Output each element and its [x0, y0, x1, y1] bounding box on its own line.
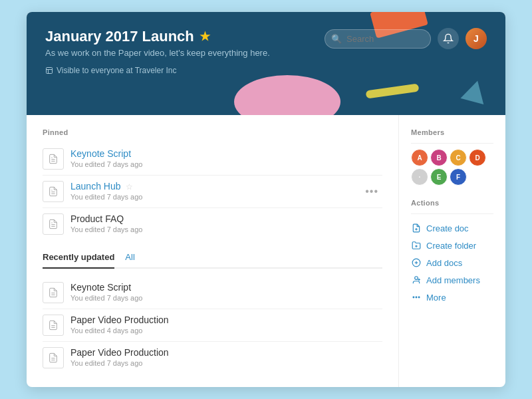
header: January 2017 Launch ★ As we work on the …: [27, 12, 505, 115]
more-label: More: [426, 293, 446, 303]
svg-point-29: [416, 297, 417, 298]
decoration-pink: [234, 75, 340, 115]
add-members-icon: [411, 275, 422, 285]
pinned-label: Pinned: [43, 128, 382, 136]
member-avatar-5[interactable]: ·: [411, 168, 428, 186]
launch-hub-star[interactable]: ☆: [126, 182, 133, 192]
header-visibility: Visible to everyone at Traveler Inc: [45, 66, 270, 75]
search-wrapper: 🔍: [325, 29, 431, 49]
recent-doc-icon-2: [43, 315, 64, 336]
doc-title-1[interactable]: Keynote Script: [70, 148, 382, 159]
three-dots-icon: [412, 293, 421, 302]
tab-all[interactable]: All: [125, 252, 134, 269]
recent-item-1: Keynote Script You edited 7 days ago: [43, 277, 382, 309]
recent-item-2: Paper Video Production You edited 4 days…: [43, 309, 382, 342]
doc-subtitle-2: You edited 7 days ago: [70, 193, 382, 201]
recent-doc-icon-1: [43, 282, 64, 303]
doc-title-2[interactable]: Launch Hub ☆: [70, 181, 382, 192]
members-divider: [411, 143, 493, 144]
file-icon-2: [48, 186, 59, 197]
doc-title-3[interactable]: Product FAQ: [70, 213, 382, 224]
plus-doc-icon: [412, 258, 421, 267]
doc-icon-3: [43, 213, 64, 235]
search-input[interactable]: [325, 29, 431, 49]
recent-list: Keynote Script You edited 7 days ago: [43, 277, 382, 374]
file-icon-r2: [48, 320, 59, 331]
user-avatar-button[interactable]: J: [466, 28, 487, 49]
more-icon: [411, 292, 422, 303]
main-content: Pinned Keynote Script: [27, 115, 505, 387]
add-docs-action[interactable]: Add docs: [411, 254, 493, 271]
header-subtitle: As we work on the Paper video, let's kee…: [45, 48, 270, 58]
recent-title-1[interactable]: Keynote Script: [70, 282, 382, 293]
doc-info-2: Launch Hub ☆ You edited 7 days ago: [70, 181, 382, 201]
recent-subtitle-2: You edited 4 days ago: [70, 327, 382, 334]
app-container: January 2017 Launch ★ As we work on the …: [27, 12, 505, 387]
pinned-list: Keynote Script You edited 7 days ago: [43, 143, 382, 240]
notifications-button[interactable]: [438, 28, 459, 49]
pinned-item-3: Product FAQ You edited 7 days ago: [43, 208, 382, 240]
visibility-icon: [45, 66, 53, 74]
person-plus-icon: [412, 275, 421, 285]
doc-subtitle-1: You edited 7 days ago: [70, 160, 382, 168]
recent-subtitle-3: You edited 7 days ago: [70, 359, 382, 367]
file-icon-r3: [48, 352, 59, 363]
create-doc-icon: [411, 223, 422, 233]
recent-info-2: Paper Video Production You edited 4 days…: [70, 315, 382, 334]
members-row: A B C D · E F: [411, 149, 493, 186]
project-title: January 2017 Launch ★: [45, 28, 270, 45]
header-controls: 🔍 J: [325, 28, 487, 49]
header-title-area: January 2017 Launch ★ As we work on the …: [45, 28, 270, 75]
doc-icon-1: [43, 148, 64, 170]
doc-info-3: Product FAQ You edited 7 days ago: [70, 213, 382, 233]
file-icon: [48, 154, 59, 164]
actions-label: Actions: [411, 199, 493, 207]
right-panel: Members A B C D · E F Actions: [399, 115, 505, 387]
member-avatar-7[interactable]: F: [450, 168, 467, 186]
tab-recently-updated[interactable]: Recently updated: [43, 252, 114, 269]
star-icon[interactable]: ★: [200, 29, 210, 44]
member-avatar-6[interactable]: E: [430, 168, 448, 186]
create-folder-icon: [411, 240, 422, 251]
member-avatar-3[interactable]: C: [450, 149, 467, 166]
doc-icon-2: [43, 181, 64, 202]
create-folder-action[interactable]: Create folder: [411, 237, 493, 254]
add-members-action[interactable]: Add members: [411, 271, 493, 289]
svg-point-30: [418, 297, 420, 298]
bell-icon: [443, 33, 454, 44]
actions-section: Actions Create doc: [411, 199, 493, 306]
more-action[interactable]: More: [411, 289, 493, 306]
svg-rect-0: [47, 68, 53, 74]
create-doc-label: Create doc: [426, 223, 469, 233]
visibility-text: Visible to everyone at Traveler Inc: [57, 66, 177, 75]
recent-title-2[interactable]: Paper Video Production: [70, 315, 382, 325]
recent-info-3: Paper Video Production You edited 7 days…: [70, 347, 382, 367]
file-icon-3: [48, 219, 59, 229]
decoration-triangle: [460, 78, 489, 104]
actions-divider: [411, 213, 493, 214]
doc-subtitle-3: You edited 7 days ago: [70, 225, 382, 233]
tabs-bar: Recently updated All: [43, 252, 382, 269]
header-top: January 2017 Launch ★ As we work on the …: [45, 28, 487, 75]
add-docs-icon: [411, 257, 422, 268]
svg-point-25: [415, 277, 418, 280]
project-title-text: January 2017 Launch: [45, 28, 194, 45]
decoration-yellow: [366, 83, 420, 98]
recent-title-3[interactable]: Paper Video Production: [70, 347, 382, 358]
folder-plus-icon: [412, 241, 421, 250]
member-avatar-2[interactable]: B: [430, 149, 448, 166]
svg-point-28: [413, 297, 414, 298]
add-docs-label: Add docs: [426, 258, 462, 268]
create-doc-action[interactable]: Create doc: [411, 219, 493, 237]
launch-hub-more-button[interactable]: •••: [361, 184, 382, 199]
pinned-item-2: Launch Hub ☆ You edited 7 days ago •••: [43, 176, 382, 208]
member-avatar-4[interactable]: D: [469, 149, 486, 166]
create-folder-label: Create folder: [426, 241, 476, 251]
doc-info-1: Keynote Script You edited 7 days ago: [70, 148, 382, 168]
members-section: Members A B C D · E F: [411, 128, 493, 186]
pinned-item-1: Keynote Script You edited 7 days ago: [43, 143, 382, 176]
file-icon-r1: [48, 287, 59, 298]
members-label: Members: [411, 128, 493, 136]
member-avatar-1[interactable]: A: [411, 149, 428, 166]
recent-doc-icon-3: [43, 347, 64, 368]
